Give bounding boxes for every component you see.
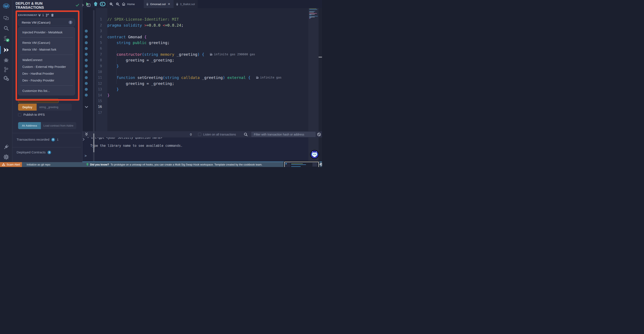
file-explorer-icon[interactable] (0, 14, 12, 22)
env-menu-item[interactable]: Remix VM (Cancun) (18, 40, 75, 45)
terminal-search-icon[interactable] (244, 133, 248, 137)
env-info-icon[interactable]: i (42, 13, 44, 17)
line-number: 3 (96, 29, 102, 33)
gutter-dot (85, 59, 88, 62)
gutter-dot (85, 76, 88, 79)
editor-scrollbar-thumb[interactable] (318, 57, 322, 58)
publish-to-ipfs-checkbox[interactable] (18, 113, 21, 116)
deploy-run-icon[interactable] (0, 46, 12, 54)
panel-title: DEPLOY & RUN TRANSACTIONS (16, 1, 62, 9)
terminal-output[interactable]: • sol-gpt <your Solidity question here> … (82, 137, 322, 162)
clear-console-icon[interactable] (317, 133, 321, 137)
env-menu-item[interactable]: Remix VM - Mainnet fork (18, 47, 75, 52)
code-line: 9 } (82, 63, 318, 69)
code-line: 15 (82, 98, 318, 104)
line-number: 4 (96, 35, 102, 39)
gutter-dot (85, 47, 88, 50)
terminal-prompt: > (84, 154, 87, 158)
listen-all-transactions-row: Listen on all transactions (198, 133, 236, 136)
gutter-dot (85, 29, 88, 32)
minimap-line (309, 9, 317, 10)
tab-close-icon[interactable]: ✕ (168, 2, 170, 6)
panel-scrollbar-thumb[interactable] (93, 133, 94, 152)
code-line: 10 (82, 69, 318, 75)
deploy-expand-chevron-icon[interactable] (85, 105, 88, 109)
terminal-expand-icon[interactable] (85, 132, 88, 137)
line-number: 1 (96, 17, 102, 21)
transactions-recorded-label: Transactions recorded (16, 138, 50, 141)
at-address-button[interactable]: At Address (18, 122, 41, 129)
ai-toggle-button[interactable] (99, 0, 106, 8)
line-number: 7 (96, 52, 102, 56)
gutter-dot (85, 53, 88, 56)
plugin-manager-icon[interactable] (0, 143, 12, 151)
solidity-compiler-icon[interactable] (0, 35, 12, 43)
minimap-line (309, 8, 316, 9)
code-line: 14} (82, 92, 318, 98)
code-line: 5 string public greeting; (82, 40, 318, 45)
git-icon[interactable] (0, 65, 12, 74)
gutter-dot (85, 82, 88, 85)
environment-select[interactable]: Remix VM (Cancun) (18, 18, 75, 26)
obscured-button[interactable] (18, 99, 58, 103)
git-init-button[interactable]: Initialize as git repo (26, 162, 50, 167)
debugger-icon[interactable] (0, 56, 12, 64)
env-menu-item[interactable]: Custom - External Http Provider (18, 64, 75, 69)
scam-alert-badge[interactable]: Scam Alert (0, 162, 22, 167)
env-menu-item[interactable]: Injected Provider - MetaMask (18, 29, 75, 35)
transactions-info-icon[interactable]: i (57, 138, 58, 141)
settings-gear-icon[interactable] (0, 153, 12, 161)
transaction-filter-input[interactable] (251, 132, 316, 137)
minimap[interactable] (308, 8, 318, 164)
minimap-line (309, 17, 315, 17)
env-menu-item[interactable]: WalletConnect (18, 57, 75, 63)
home-tab[interactable]: Home (122, 0, 135, 8)
divider (12, 147, 81, 147)
solidity-file-icon (176, 2, 178, 6)
lightbulb-icon (86, 163, 88, 166)
tab-gmonad-sol[interactable]: Gmonad.sol ✕ (144, 0, 174, 8)
tab-label: Gmonad.sol (150, 2, 166, 6)
select-sort-icon (68, 20, 72, 24)
panel-editor-divider[interactable] (82, 0, 82, 162)
code-editor[interactable]: 1// SPDX-License-Identifier: MIT2pragma … (82, 8, 322, 131)
zoom-in-icon[interactable] (114, 0, 120, 8)
remix-ai-robot-button[interactable] (92, 0, 99, 8)
ai-robot-face-icon (311, 151, 318, 158)
transactions-count-badge: 0 (51, 138, 55, 141)
home-icon (122, 2, 126, 6)
deploy-button[interactable]: Deploy (18, 104, 37, 111)
editor-scrollbar-track[interactable] (318, 8, 322, 162)
pin-panel-icon[interactable] (87, 3, 90, 7)
env-delete-icon[interactable] (51, 13, 54, 17)
at-address-input[interactable] (41, 122, 76, 129)
env-fork-icon[interactable] (46, 13, 49, 17)
publish-to-ipfs-row: Publish to IPFS (18, 113, 45, 116)
statusbar-right-fragment: d) (320, 163, 322, 166)
code-text: greeting = _greeting; (107, 81, 174, 86)
screen-share-thumbnail[interactable] (284, 161, 320, 167)
ai-assistant-button[interactable] (310, 150, 319, 159)
env-plug-icon[interactable] (38, 13, 41, 17)
solidity-file-icon (146, 2, 148, 6)
zoom-out-icon[interactable] (108, 0, 114, 8)
tab-3-ballot-sol[interactable]: 3_Ballot.sol (174, 0, 198, 8)
deployed-contracts-section[interactable]: Deployed Contracts 0 (16, 150, 51, 154)
did-you-know-tip: Did you know? To prototype on a uniswap … (86, 162, 262, 167)
line-number: 17 (96, 111, 102, 115)
env-menu-item[interactable]: Customize this list... (18, 88, 75, 94)
deployed-contracts-count-badge: 0 (48, 151, 51, 154)
transactions-recorded-section[interactable]: Transactions recorded 0 i (16, 138, 58, 141)
transactions-expand-chevron-icon[interactable] (83, 138, 84, 142)
line-number: 11 (96, 75, 102, 79)
code-line: 6 (82, 45, 318, 51)
solidity-analyzers-icon[interactable] (0, 74, 12, 82)
listen-all-transactions-checkbox[interactable] (198, 133, 201, 136)
tip-text: To prototype on a uniswap v4 hooks, you … (110, 163, 262, 166)
deploy-argument-input[interactable] (37, 104, 72, 111)
remix-logo-icon[interactable] (0, 2, 12, 11)
env-menu-item[interactable]: Dev - Hardhat Provider (18, 71, 75, 76)
status-bar: Scam Alert Initialize as git repo Did yo… (0, 162, 322, 167)
search-icon[interactable] (0, 24, 12, 32)
env-menu-item[interactable]: Dev - Foundry Provider (18, 78, 75, 83)
